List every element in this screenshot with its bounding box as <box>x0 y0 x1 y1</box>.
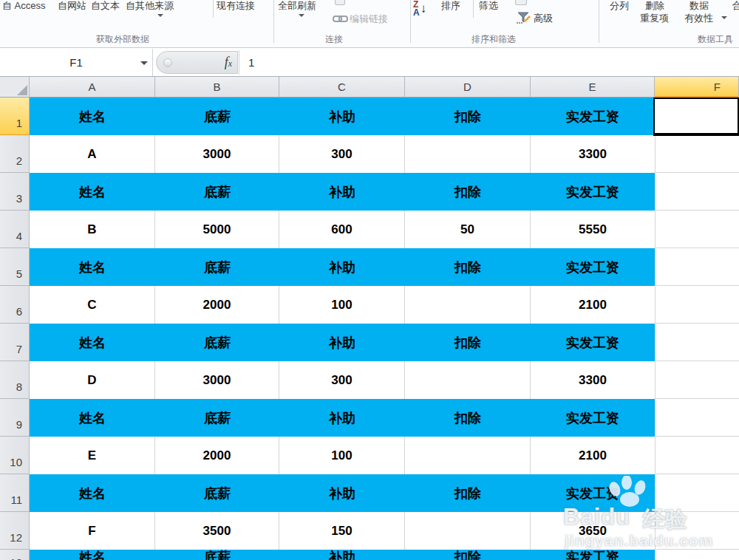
header-cell[interactable]: 实发工资 <box>531 173 655 211</box>
button-from-web[interactable]: 自网站 <box>58 0 86 11</box>
column-f-cell[interactable] <box>655 173 739 211</box>
button-sort[interactable]: 排序 <box>441 0 460 11</box>
select-all-corner[interactable] <box>0 77 30 98</box>
name-box-dropdown-icon[interactable] <box>140 61 148 65</box>
insert-function-icon[interactable]: fx <box>225 55 232 70</box>
data-cell[interactable] <box>405 437 531 474</box>
button-advanced[interactable]: 高级 <box>534 13 553 24</box>
advanced-filter-funnel-icon[interactable] <box>516 12 532 24</box>
data-cell[interactable]: 3300 <box>531 135 655 173</box>
header-cell[interactable]: 姓名 <box>30 474 155 512</box>
row-header-10[interactable]: 10 <box>0 437 30 474</box>
collapsed-button-icon[interactable] <box>163 58 172 67</box>
header-cell[interactable]: 姓名 <box>30 98 155 135</box>
data-cell[interactable]: 50 <box>405 211 531 248</box>
selected-cell-F1[interactable] <box>653 98 739 136</box>
data-cell[interactable]: 2100 <box>531 286 655 324</box>
data-cell[interactable] <box>405 135 531 173</box>
header-cell[interactable]: 底薪 <box>155 248 279 286</box>
data-cell[interactable]: 300 <box>279 135 405 173</box>
column-header-F[interactable]: F <box>655 77 739 98</box>
data-cell[interactable]: D <box>30 361 155 399</box>
button-data-validation[interactable]: 数据 <box>689 0 709 11</box>
header-cell[interactable]: 补助 <box>279 474 405 512</box>
column-header-B[interactable]: B <box>155 77 279 98</box>
row-header-12[interactable]: 12 <box>0 512 30 550</box>
header-cell[interactable]: 扣除 <box>405 550 531 560</box>
data-cell[interactable]: C <box>30 286 155 324</box>
data-cell[interactable]: 300 <box>279 361 405 399</box>
button-existing-connections[interactable]: 现有连接 <box>217 0 255 11</box>
data-cell[interactable]: 100 <box>279 286 405 324</box>
row-header-1[interactable]: 1 <box>0 98 30 135</box>
formula-input[interactable]: 1 <box>248 49 254 76</box>
header-cell[interactable]: 实发工资 <box>531 248 655 286</box>
row-header-3[interactable]: 3 <box>0 173 30 211</box>
sort-za-icon[interactable]: ZA ↓ <box>413 1 426 17</box>
header-cell[interactable]: 姓名 <box>30 399 155 437</box>
row-header-6[interactable]: 6 <box>0 286 30 324</box>
column-f-cell[interactable] <box>655 550 739 560</box>
data-cell[interactable]: E <box>30 437 155 474</box>
header-cell[interactable]: 补助 <box>279 324 405 361</box>
row-header-13[interactable]: 13 <box>0 550 30 560</box>
row-header-5[interactable]: 5 <box>0 248 30 286</box>
header-cell[interactable]: 底薪 <box>155 324 279 361</box>
column-f-cell[interactable] <box>655 211 739 248</box>
column-header-D[interactable]: D <box>405 77 531 98</box>
button-refresh-all[interactable]: 全部刷新 <box>278 0 316 11</box>
column-f-cell[interactable] <box>655 437 739 474</box>
header-cell[interactable]: 扣除 <box>405 324 531 361</box>
header-cell[interactable]: 扣除 <box>405 399 531 437</box>
button-from-access[interactable]: 自 Access <box>2 0 46 11</box>
header-cell[interactable]: 姓名 <box>30 173 155 211</box>
button-consolidate-partial[interactable]: 合 <box>732 0 739 11</box>
row-header-7[interactable]: 7 <box>0 324 30 361</box>
data-cell[interactable]: 150 <box>279 512 405 550</box>
reapply-icon[interactable] <box>515 0 527 5</box>
row-header-9[interactable]: 9 <box>0 399 30 437</box>
data-cell[interactable] <box>405 512 531 550</box>
column-f-cell[interactable] <box>655 135 739 173</box>
header-cell[interactable]: 扣除 <box>405 474 531 512</box>
data-cell[interactable] <box>405 361 531 399</box>
row-header-11[interactable]: 11 <box>0 474 30 512</box>
button-filter[interactable]: 筛选 <box>479 0 498 11</box>
column-f-cell[interactable] <box>655 324 739 361</box>
data-cell[interactable]: B <box>30 211 155 248</box>
data-cell[interactable]: 100 <box>279 437 405 474</box>
button-data-validation-line2[interactable]: 有效性 <box>684 13 713 24</box>
data-cell[interactable]: 3650 <box>531 512 655 550</box>
column-f-cell[interactable] <box>655 248 739 286</box>
header-cell[interactable]: 实发工资 <box>531 399 655 437</box>
header-cell[interactable]: 扣除 <box>405 173 531 211</box>
header-cell[interactable]: 实发工资 <box>531 324 655 361</box>
header-cell[interactable]: 补助 <box>279 550 405 560</box>
column-header-C[interactable]: C <box>279 77 405 98</box>
column-header-A[interactable]: A <box>30 77 155 98</box>
header-cell[interactable]: 底薪 <box>155 98 279 135</box>
row-header-2[interactable]: 2 <box>0 135 30 173</box>
header-cell[interactable]: 姓名 <box>30 324 155 361</box>
column-f-cell[interactable] <box>655 399 739 437</box>
header-cell[interactable]: 底薪 <box>155 550 279 560</box>
data-cell[interactable]: 3300 <box>531 361 655 399</box>
button-remove-duplicates-line2[interactable]: 重复项 <box>640 13 669 24</box>
data-cell[interactable]: 3500 <box>155 512 279 550</box>
chevron-down-icon[interactable] <box>299 14 304 17</box>
data-cell[interactable]: 2100 <box>531 437 655 474</box>
data-cell[interactable] <box>405 286 531 324</box>
header-cell[interactable]: 实发工资 <box>531 550 655 560</box>
header-cell[interactable]: 底薪 <box>155 474 279 512</box>
header-cell[interactable]: 补助 <box>279 248 405 286</box>
button-from-other-sources[interactable]: 自其他来源 <box>126 0 174 11</box>
data-cell[interactable]: A <box>30 135 155 173</box>
data-cell[interactable]: 2000 <box>155 286 279 324</box>
chevron-down-icon[interactable] <box>721 16 727 19</box>
header-cell[interactable]: 实发工资 <box>531 98 655 135</box>
button-from-text[interactable]: 自文本 <box>91 0 120 11</box>
header-cell[interactable]: 底薪 <box>155 399 279 437</box>
name-box[interactable]: F1 <box>0 49 153 76</box>
data-cell[interactable]: 5000 <box>155 211 279 248</box>
header-cell[interactable]: 姓名 <box>30 550 155 560</box>
